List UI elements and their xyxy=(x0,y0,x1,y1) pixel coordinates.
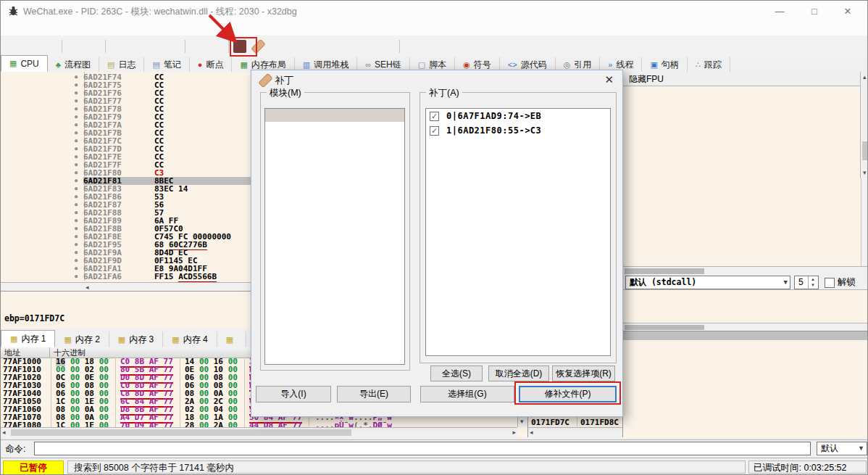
stack-comment-row[interactable] xyxy=(623,358,868,366)
breakpoint-dot-icon[interactable]: ● xyxy=(75,273,83,281)
label-icon[interactable] xyxy=(288,38,304,54)
register-line[interactable] xyxy=(627,107,861,115)
dump-tab-5[interactable]: ▦ xyxy=(217,331,246,347)
step-out-icon[interactable] xyxy=(190,38,205,54)
breakpoint-dot-icon[interactable]: ● xyxy=(75,153,83,161)
patch-item-0[interactable]: ✓0|6A7F1AD9:74->EB xyxy=(426,109,610,123)
breakpoint-dot-icon[interactable]: ● xyxy=(75,233,83,241)
patch-checkbox[interactable]: ✓ xyxy=(430,126,439,136)
command-profile-select[interactable]: 默认▼ xyxy=(817,442,867,455)
step-into-icon[interactable] xyxy=(110,38,125,54)
calling-convention-select[interactable]: 默认 (stdcall)▼ xyxy=(625,276,790,289)
function-icon[interactable] xyxy=(325,38,340,54)
arg-count-stepper[interactable]: 5▲▼ xyxy=(794,276,819,289)
comment-icon[interactable] xyxy=(270,38,285,54)
register-line[interactable] xyxy=(627,97,861,106)
scroll-thumb[interactable] xyxy=(625,268,704,274)
register-line[interactable] xyxy=(627,187,861,196)
close-button[interactable]: ✕ xyxy=(835,1,860,22)
register-line[interactable] xyxy=(627,125,861,133)
breakpoint-dot-icon[interactable]: ● xyxy=(75,185,83,193)
register-line[interactable] xyxy=(627,152,861,160)
stack-comment-row[interactable] xyxy=(623,340,868,349)
patch-icon[interactable] xyxy=(251,38,266,54)
attach-icon[interactable] xyxy=(379,38,394,54)
tab-trace[interactable]: ∴跟踪 xyxy=(688,57,730,72)
tab-log[interactable]: ▤日志 xyxy=(99,57,144,72)
breakpoint-dot-icon[interactable]: ● xyxy=(75,257,83,265)
import-button[interactable]: 导入(I) xyxy=(256,386,331,402)
breakpoint-dot-icon[interactable]: ● xyxy=(75,129,83,137)
registers-list[interactable] xyxy=(623,86,861,266)
dump-tab-1[interactable]: ▦内存 1 xyxy=(1,330,55,347)
dump-tab-4[interactable]: ▦内存 4 xyxy=(163,331,217,347)
pick-groups-button[interactable]: 选择组(G) xyxy=(420,386,514,402)
command-input[interactable] xyxy=(34,442,811,455)
execute-till-return-icon[interactable] xyxy=(164,38,180,54)
register-line[interactable] xyxy=(627,197,861,205)
run-icon[interactable] xyxy=(67,38,82,54)
register-line[interactable] xyxy=(627,250,861,259)
strings-icon[interactable] xyxy=(233,40,246,53)
breakpoint-dot-icon[interactable]: ● xyxy=(75,225,83,233)
breakpoint-dot-icon[interactable]: ● xyxy=(75,217,83,225)
toolbar-separator[interactable] xyxy=(226,38,230,54)
call-arg-line[interactable] xyxy=(626,291,868,299)
tab-graph[interactable]: ♣流程图 xyxy=(48,57,99,72)
patches-list[interactable]: ✓0|6A7F1AD9:74->EB✓1|6AD21F80:55->C3 xyxy=(425,108,611,356)
maximize-button[interactable]: □ xyxy=(802,1,827,22)
breakpoint-dot-icon[interactable]: ● xyxy=(75,89,83,97)
minimize-button[interactable]: — xyxy=(767,1,792,22)
register-line[interactable] xyxy=(627,232,861,241)
step-over-icon[interactable] xyxy=(128,38,143,54)
globe-icon[interactable] xyxy=(422,38,438,54)
register-line[interactable] xyxy=(627,223,861,232)
stack-hscrollbar[interactable]: ◂ xyxy=(528,427,623,438)
breakpoint-dot-icon[interactable]: ● xyxy=(75,265,83,273)
register-line[interactable] xyxy=(627,241,861,250)
scroll-thumb[interactable] xyxy=(862,141,868,160)
scroll-up-icon[interactable]: ▴ xyxy=(863,73,867,81)
stack-row[interactable]: 0171FD7C0171FD8C xyxy=(528,418,622,427)
register-line[interactable] xyxy=(627,205,861,214)
module-item-wechatwin[interactable] xyxy=(265,109,404,122)
patch-checkbox[interactable]: ✓ xyxy=(430,112,439,121)
title-bar[interactable]: WeChat.exe - PID: 263C - 模块: wechatwin.d… xyxy=(1,1,867,22)
tab-handles[interactable]: ▣句柄 xyxy=(642,57,687,72)
patch-file-button[interactable]: 修补文件(P) xyxy=(519,386,617,402)
tab-notes[interactable]: ▤笔记 xyxy=(144,57,189,72)
breakpoint-dot-icon[interactable]: ● xyxy=(75,105,83,113)
string-refs-icon[interactable] xyxy=(343,38,358,54)
toolbar-separator[interactable] xyxy=(183,38,187,54)
toolbar-separator[interactable] xyxy=(59,38,64,54)
toolbar-separator[interactable] xyxy=(397,38,401,54)
breakpoint-dot-icon[interactable]: ● xyxy=(75,97,83,105)
breakpoint-dot-icon[interactable]: ● xyxy=(75,193,83,201)
run-to-user-code-icon[interactable] xyxy=(208,38,223,54)
stack-comment-row[interactable] xyxy=(623,392,868,401)
register-line[interactable] xyxy=(627,142,861,151)
tab-breakpoints[interactable]: ●断点 xyxy=(190,57,233,72)
dump-tab-2[interactable]: ▦内存 2 xyxy=(55,331,109,347)
breakpoint-dot-icon[interactable]: ● xyxy=(75,161,83,169)
patch-item-1[interactable]: ✓1|6AD21F80:55->C3 xyxy=(426,123,610,138)
stack-comments-pane[interactable] xyxy=(623,331,868,438)
scroll-left-icon[interactable]: ◂ xyxy=(530,428,533,437)
registers-hscrollbar[interactable] xyxy=(623,266,868,276)
unlock-checkbox[interactable] xyxy=(825,278,835,288)
register-line[interactable] xyxy=(627,170,861,178)
modules-list[interactable] xyxy=(264,108,405,365)
stack-comment-row[interactable] xyxy=(623,349,868,358)
scroll-down-icon[interactable]: ▾ xyxy=(863,168,867,177)
breakpoint-dot-icon[interactable]: ● xyxy=(75,145,83,153)
register-line[interactable] xyxy=(627,259,861,266)
deselect-all-button[interactable]: 取消全选(D) xyxy=(488,365,549,381)
stack-comment-row[interactable] xyxy=(623,331,868,340)
stack-comment-row[interactable] xyxy=(623,375,868,384)
restart-icon[interactable] xyxy=(23,38,38,54)
select-all-button[interactable]: 全选(S) xyxy=(430,365,483,381)
register-line[interactable] xyxy=(627,133,861,142)
bookmark-icon[interactable] xyxy=(306,38,322,54)
scroll-right-icon[interactable]: ▸ xyxy=(512,428,516,437)
register-line[interactable] xyxy=(627,178,861,187)
